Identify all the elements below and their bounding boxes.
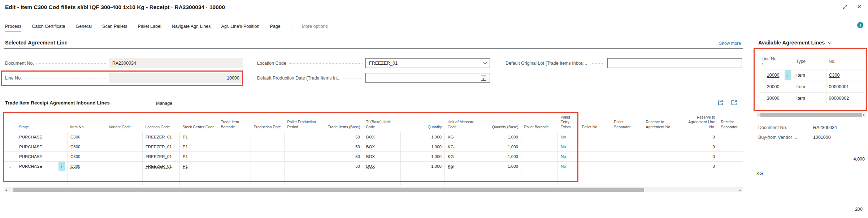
cell-pallet_separator[interactable] — [611, 142, 643, 151]
cell-pallet_barcode[interactable] — [521, 132, 558, 142]
cell-production_date[interactable] — [251, 151, 285, 161]
cell-stage[interactable]: PURCHASE — [16, 151, 56, 161]
cell-pallet_no[interactable] — [579, 161, 611, 171]
cell-stage[interactable]: PURCHASE — [16, 132, 56, 142]
cell-variant_code[interactable] — [106, 151, 143, 161]
factbox-line-no-link[interactable]: 20000 — [767, 84, 780, 89]
cell-stock_center_code[interactable]: P1 — [180, 132, 218, 142]
cell-trade_items_base[interactable]: 50 — [324, 132, 363, 142]
calendar-icon[interactable] — [481, 76, 486, 81]
cell-production_date[interactable] — [251, 161, 285, 171]
column-header-pallet_no[interactable]: Pallet No. — [579, 113, 611, 132]
scrollbar-thumb[interactable] — [13, 188, 644, 192]
cell-unit_of_measure_code[interactable]: KG — [445, 161, 482, 171]
default-production-date-input[interactable] — [365, 73, 490, 83]
cell-ti_base_uom_code[interactable]: BOX — [363, 151, 401, 161]
factbox-horizontal-scrollbar[interactable]: ◄ ► — [756, 112, 866, 117]
column-header-reserve_to_agreement_no[interactable]: Reserve to Agreement No. — [643, 113, 680, 132]
cell-receipt_separator[interactable] — [718, 161, 743, 171]
info-icon[interactable]: i — [857, 22, 863, 28]
cell-receipt_separator[interactable] — [718, 142, 743, 151]
cell-receipt_separator[interactable] — [718, 151, 743, 161]
scroll-right-icon[interactable]: ► — [739, 187, 742, 192]
menu-item-general[interactable]: General — [76, 24, 92, 29]
cell-stock_center_code[interactable]: P1 — [180, 161, 218, 171]
cell-reserve_to_agreement_line_no[interactable]: 0 — [680, 151, 718, 161]
cell-trade_items_base[interactable]: 50 — [324, 161, 363, 171]
cell-variant_code[interactable] — [106, 142, 143, 151]
cell-pallet_production_period[interactable] — [285, 142, 324, 151]
menu-item-navigate-agr-lines[interactable]: Navigate Agr. Lines — [172, 24, 211, 29]
table-row[interactable]: PURCHASEC300FREEZER_01P150BOX1,000KG1,00… — [4, 132, 743, 142]
close-icon[interactable]: ✕ — [855, 3, 864, 11]
cell-pallet_no[interactable] — [579, 132, 611, 142]
factbox-line-no-link[interactable]: 30000 — [767, 96, 780, 101]
row-options-icon[interactable]: ⋮ — [58, 162, 65, 171]
cell-pallet_no[interactable] — [579, 151, 611, 161]
column-header-quantity[interactable]: Quantity — [401, 113, 445, 132]
scroll-left-icon[interactable]: ◄ — [757, 112, 760, 117]
cell-line-no[interactable]: 30000 — [759, 93, 782, 104]
column-header-pallet_separator[interactable]: Pallet Separator — [611, 113, 643, 132]
location-code-combobox[interactable]: FREEZER_01 — [365, 58, 490, 68]
cell-type[interactable]: Item — [794, 93, 826, 104]
default-original-lot-input[interactable] — [607, 58, 742, 68]
cell-indicator[interactable]: → — [4, 161, 16, 171]
resize-dialog-icon[interactable]: ⤢ — [841, 3, 849, 11]
column-header-trade_item_barcode[interactable]: Trade Item Barcode — [218, 113, 251, 132]
cell-line-no[interactable]: 20000 — [759, 81, 782, 93]
cell-pallet_barcode[interactable] — [521, 161, 558, 171]
share-icon[interactable] — [717, 99, 725, 107]
factbox-row[interactable]: 30000Item00000002 — [759, 93, 865, 104]
cell-pallet_production_period[interactable] — [285, 151, 324, 161]
cell-pallet_entry_exists[interactable]: No — [558, 161, 579, 171]
column-header-production_date[interactable]: Production Date — [251, 113, 285, 132]
cell-row-options[interactable] — [782, 93, 794, 104]
menu-item-pallet-label[interactable]: Pallet Label — [138, 24, 161, 29]
cell-pallet_production_period[interactable] — [285, 161, 324, 171]
cell-unit_of_measure_code[interactable]: KG — [445, 142, 482, 151]
cell-pallet_barcode[interactable] — [521, 151, 558, 161]
cell-indicator[interactable] — [4, 151, 16, 161]
menu-item-page[interactable]: Page — [270, 24, 281, 29]
cell-no[interactable]: 00000002 — [826, 93, 865, 104]
factbox-row-selected[interactable]: 10000⋮ItemC300 — [759, 69, 865, 81]
column-header-item_no[interactable]: Item No. — [68, 113, 106, 132]
menu-item-agr-lines-position[interactable]: Agr. Line's Position — [221, 24, 260, 29]
column-header-variant_code[interactable]: Variant Code — [106, 113, 143, 132]
cell-trade_item_barcode[interactable] — [218, 142, 251, 151]
cell-menu[interactable] — [56, 142, 68, 151]
table-row[interactable]: PURCHASEC300FREEZER_01P150BOX1,000KG1,00… — [4, 151, 743, 161]
cell-pallet_no[interactable] — [579, 142, 611, 151]
cell-row-options[interactable] — [782, 81, 794, 93]
cell-quantity[interactable]: 1,000 — [401, 161, 445, 171]
cell-menu[interactable] — [56, 132, 68, 142]
cell-trade_item_barcode[interactable] — [218, 151, 251, 161]
cell-trade_items_base[interactable]: 50 — [324, 151, 363, 161]
factbox-column-header-line-no[interactable]: Line No. ↑ — [759, 56, 782, 69]
cell-item_no[interactable]: C300 — [68, 161, 106, 171]
chevron-down-icon[interactable] — [483, 60, 487, 64]
cell-trade_item_barcode[interactable] — [218, 132, 251, 142]
factbox-line-no-link[interactable]: 10000 — [767, 73, 780, 78]
cell-no[interactable]: C300 — [826, 69, 865, 81]
cell-no[interactable]: 00000001 — [826, 81, 865, 93]
cell-trade_item_barcode[interactable] — [218, 161, 251, 171]
cell-pallet_entry_exists[interactable]: No — [558, 142, 579, 151]
cell-type[interactable]: Item — [794, 81, 826, 93]
cell-quantity[interactable]: 1,000 — [401, 142, 445, 151]
cell-menu[interactable]: ⋮ — [56, 161, 68, 171]
more-options-button[interactable]: More options — [302, 24, 328, 29]
cell-quantity[interactable]: 1,000 — [401, 132, 445, 142]
cell-reserve_to_agreement_no[interactable] — [643, 161, 680, 171]
column-header-ti_base_uom_code[interactable]: TI (Base) UoM Code — [363, 113, 401, 132]
cell-quantity_base[interactable]: 1,000 — [482, 151, 521, 161]
cell-line-no[interactable]: 10000 — [759, 69, 782, 81]
cell-menu[interactable] — [56, 151, 68, 161]
factbox-no-link[interactable]: C300 — [829, 73, 840, 78]
cell-stage[interactable]: PURCHASE — [16, 142, 56, 151]
cell-variant_code[interactable] — [106, 161, 143, 171]
cell-location_code[interactable]: FREEZER_01 — [143, 161, 180, 171]
scrollbar-thumb[interactable] — [760, 113, 862, 117]
column-header-pallet_production_period[interactable]: Pallet Production Period — [285, 113, 324, 132]
